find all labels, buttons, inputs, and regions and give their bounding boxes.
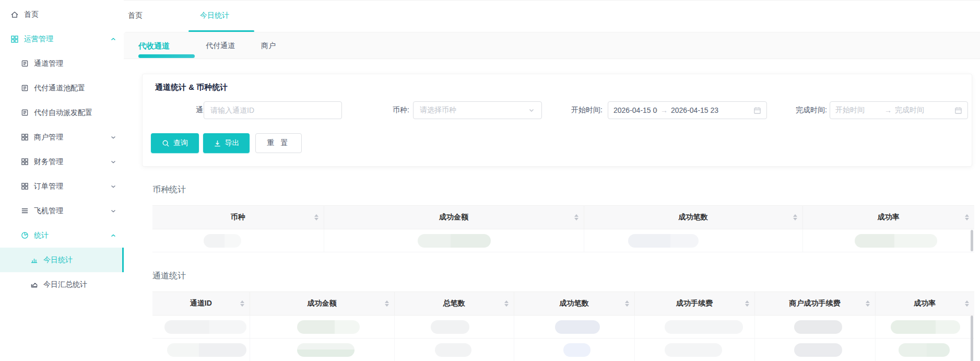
finish-time-from-placeholder[interactable]: 开始时间 [835, 106, 881, 115]
range-arrow: → [881, 106, 895, 114]
sidebar-item-label: 今日汇总统计 [43, 280, 87, 289]
export-button-label: 导出 [225, 138, 240, 148]
tab-today-stats[interactable]: 今日统计 [200, 11, 229, 20]
sort-icon[interactable] [385, 300, 389, 307]
column-header-channel-id[interactable]: 通道ID [152, 292, 250, 316]
sort-icon[interactable] [965, 300, 969, 307]
start-time-from-value[interactable]: 2026-04-15 00 [613, 106, 657, 114]
channel-id-input[interactable] [204, 102, 341, 119]
redacted-cell [802, 229, 974, 252]
tab-home[interactable]: 首页 [128, 11, 143, 20]
content-area: 首页 今日统计 代收通道 代付通道 商户 通道统计 & 币种统计 通道ID: 币… [124, 0, 980, 361]
sidebar-item-label: 统计 [34, 231, 49, 240]
sort-icon[interactable] [793, 214, 797, 220]
sidebar-item-label: 代付通道池配置 [34, 84, 85, 93]
grid-icon [21, 133, 29, 141]
currency-stats-table: 币种 成功金额 成功笔数 成功率 [152, 205, 974, 252]
download-icon [214, 139, 221, 147]
sidebar-item-label: 商户管理 [34, 133, 63, 142]
sidebar-item-merchant-mgmt[interactable]: 商户管理 [0, 125, 124, 149]
subtab-collection-channel[interactable]: 代收通道 [138, 41, 170, 51]
sidebar-item-today-stats[interactable]: 今日统计 [0, 248, 124, 272]
sort-icon[interactable] [866, 300, 870, 307]
column-header-success-rate[interactable]: 成功率 [875, 292, 974, 316]
table-row [152, 316, 974, 339]
search-button-label: 查询 [173, 138, 188, 148]
sidebar-item-telegram-mgmt[interactable]: 飞机管理 [0, 199, 124, 223]
redacted-cell [875, 316, 974, 339]
table-row [152, 339, 974, 361]
sidebar-item-finance-mgmt[interactable]: 财务管理 [0, 149, 124, 174]
redacted-cell [152, 229, 324, 252]
column-header-success-amount[interactable]: 成功金额 [250, 292, 394, 316]
home-icon [10, 10, 19, 19]
sidebar-item-label: 今日统计 [43, 255, 73, 265]
subtab-bar: 代收通道 代付通道 商户 [124, 32, 980, 59]
sort-icon[interactable] [574, 214, 578, 220]
sort-icon[interactable] [240, 300, 244, 307]
redacted-cell [250, 339, 394, 361]
sidebar-item-label: 飞机管理 [34, 206, 63, 216]
channel-stats-table: 通道ID 成功金额 总笔数 成功笔数 成功手续费 商户成功手续费 成功率 [152, 292, 974, 361]
search-icon [162, 139, 170, 147]
subtab-payout-channel[interactable]: 代付通道 [206, 41, 235, 51]
sort-icon[interactable] [745, 300, 749, 307]
currency-section-title: 币种统计 [152, 184, 186, 195]
finish-time-range-picker[interactable]: 开始时间 → 完成时间 [830, 101, 968, 119]
table-scrollbar[interactable] [971, 230, 973, 251]
sidebar-item-home[interactable]: 首页 [0, 2, 124, 27]
column-header-success-rate[interactable]: 成功率 [802, 206, 974, 229]
reset-button[interactable]: 重 置 [255, 133, 302, 153]
calendar-icon [954, 107, 962, 114]
sidebar-item-operations[interactable]: 运营管理 [0, 27, 124, 51]
redacted-cell [875, 339, 974, 361]
grid-icon [10, 35, 19, 43]
start-time-to-value[interactable]: 2026-04-15 23 [671, 106, 721, 114]
start-time-range-picker[interactable]: 2026-04-15 00 → 2026-04-15 23 [608, 101, 767, 119]
column-header-success-fee[interactable]: 成功手续费 [634, 292, 754, 316]
table-header-row: 币种 成功金额 成功笔数 成功率 [152, 206, 974, 229]
currency-select[interactable]: 请选择币种 [413, 101, 542, 119]
menu-list-icon [21, 207, 29, 215]
table-row [152, 229, 974, 252]
document-icon [21, 60, 29, 67]
sidebar-item-today-summary-stats[interactable]: 今日汇总统计 [0, 272, 124, 297]
sort-icon[interactable] [625, 300, 629, 307]
range-arrow: → [657, 106, 671, 114]
redacted-cell [324, 229, 584, 252]
finish-time-label: 完成时间: [770, 106, 827, 115]
column-header-total-count[interactable]: 总笔数 [394, 292, 514, 316]
column-header-success-count[interactable]: 成功笔数 [584, 206, 802, 229]
sort-icon[interactable] [504, 300, 509, 307]
chevron-up-icon [110, 36, 116, 42]
redacted-cell [754, 339, 875, 361]
column-header-success-count[interactable]: 成功笔数 [514, 292, 634, 316]
chevron-down-icon [528, 107, 535, 114]
subtab-merchant[interactable]: 商户 [261, 41, 276, 51]
channel-id-field [204, 101, 342, 119]
sidebar-item-statistics[interactable]: 统计 [0, 223, 124, 248]
filter-card-title: 通道统计 & 币种统计 [155, 83, 228, 92]
column-header-success-amount[interactable]: 成功金额 [324, 206, 584, 229]
finish-time-to-placeholder[interactable]: 完成时间 [895, 106, 941, 115]
document-icon [21, 84, 29, 92]
table-scrollbar[interactable] [971, 316, 973, 361]
sort-icon[interactable] [965, 214, 969, 220]
currency-select-placeholder: 请选择币种 [420, 106, 456, 115]
table-header-row: 通道ID 成功金额 总笔数 成功笔数 成功手续费 商户成功手续费 成功率 [152, 292, 974, 316]
column-header-merchant-success-fee[interactable]: 商户成功手续费 [754, 292, 875, 316]
export-button[interactable]: 导出 [203, 133, 250, 153]
column-header-currency[interactable]: 币种 [152, 206, 324, 229]
sidebar-item-order-mgmt[interactable]: 订单管理 [0, 174, 124, 199]
redacted-cell [634, 316, 754, 339]
sidebar-item-payout-auto-dispatch[interactable]: 代付自动派发配置 [0, 100, 124, 125]
sidebar-item-channel-mgmt[interactable]: 通道管理 [0, 51, 124, 76]
redacted-cell [152, 339, 250, 361]
sidebar-item-label: 订单管理 [34, 182, 63, 191]
search-button[interactable]: 查询 [151, 133, 199, 153]
grid-icon [21, 158, 29, 166]
pie-chart-icon [21, 231, 29, 239]
sort-icon[interactable] [314, 214, 318, 220]
sidebar-item-payout-pool-config[interactable]: 代付通道池配置 [0, 76, 124, 100]
grid-icon [21, 182, 29, 190]
